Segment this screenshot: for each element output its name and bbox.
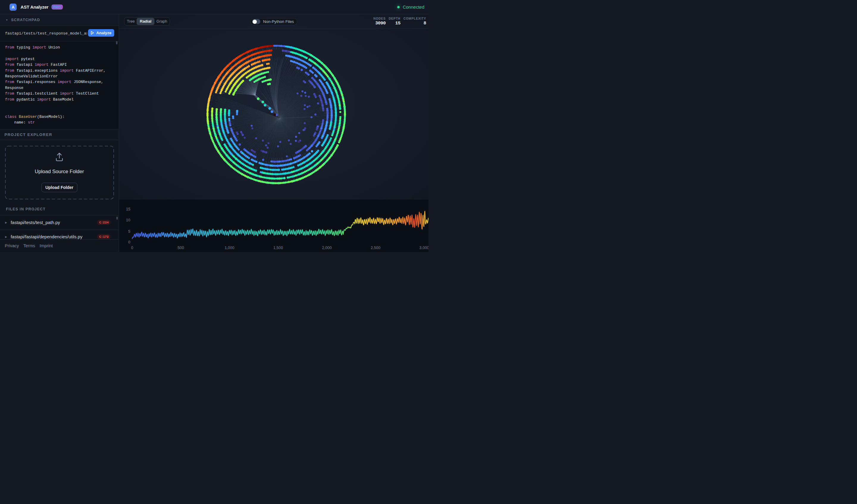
svg-text:3,000: 3,000 (419, 246, 428, 250)
svg-text:1,000: 1,000 (225, 246, 235, 250)
svg-text:2,500: 2,500 (371, 246, 381, 250)
svg-text:0: 0 (131, 246, 133, 250)
svg-text:10: 10 (126, 218, 130, 222)
svg-text:500: 500 (178, 246, 184, 250)
svg-text:15: 15 (126, 207, 130, 211)
svg-text:0: 0 (128, 240, 130, 244)
svg-text:2,000: 2,000 (322, 246, 332, 250)
svg-text:1,500: 1,500 (273, 246, 283, 250)
svg-text:5: 5 (128, 229, 130, 234)
